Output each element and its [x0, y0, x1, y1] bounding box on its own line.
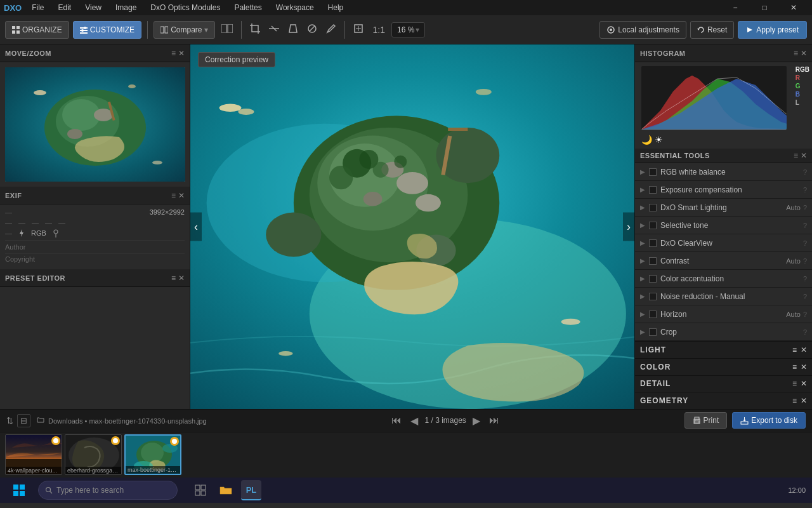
next-image-button[interactable]: › — [623, 213, 634, 241]
sun-mode-btn[interactable]: ☀ — [655, 135, 663, 145]
organize-tab[interactable]: ORGANIZE — [5, 21, 69, 39]
export-button[interactable]: Export to disk — [732, 412, 806, 429]
sort-icon[interactable]: ⇅ — [6, 416, 13, 425]
checkbox-2[interactable] — [649, 204, 657, 211]
menu-file[interactable]: File — [28, 2, 48, 13]
histogram-close-icon[interactable]: ✕ — [801, 49, 807, 58]
filmstrip-thumb-2[interactable]: max-boettinger-10... — [124, 434, 181, 475]
help-icon-9[interactable]: ? — [803, 328, 807, 336]
geometry-menu-icon[interactable]: ≡ — [792, 396, 797, 405]
print-button[interactable]: Print — [684, 412, 728, 429]
histogram-rgb-btn[interactable]: RGB — [796, 66, 809, 73]
menu-optics[interactable]: DxO Optics Modules — [147, 2, 224, 13]
checkbox-0[interactable] — [649, 168, 657, 176]
help-icon-6[interactable]: ? — [803, 275, 807, 283]
tool-exposure-compensation[interactable]: ▶ Exposure compensation ? — [635, 181, 812, 199]
perspective-icon[interactable] — [285, 21, 301, 38]
tools-menu-icon[interactable]: ≡ — [794, 151, 798, 160]
checkbox-6[interactable] — [649, 275, 657, 283]
help-icon-5[interactable]: ? — [803, 257, 807, 265]
correction-preview-button[interactable]: Correction preview — [198, 52, 275, 67]
customize-tab[interactable]: CUSTOMIZE — [73, 21, 141, 39]
checkbox-9[interactable] — [649, 328, 657, 336]
file-explorer-button[interactable] — [216, 480, 236, 500]
histogram-g-btn[interactable]: G — [796, 83, 809, 90]
close-button[interactable]: ✕ — [779, 0, 808, 15]
prev-frame-button[interactable]: ◀ — [408, 413, 421, 428]
color-close-icon[interactable]: ✕ — [801, 363, 807, 371]
help-icon-1[interactable]: ? — [803, 186, 807, 194]
tool-horizon[interactable]: ▶ Horizon Auto ? — [635, 305, 812, 323]
menu-view[interactable]: View — [81, 2, 105, 13]
tool-rgb-white-balance[interactable]: ▶ RGB white balance ? — [635, 163, 812, 181]
split-view-icon[interactable] — [219, 22, 235, 37]
reset-button[interactable]: Reset — [690, 21, 734, 39]
tool-color-accentuation[interactable]: ▶ Color accentuation ? — [635, 270, 812, 288]
filter-icon[interactable]: ⊟ — [17, 414, 30, 427]
tool-contrast[interactable]: ▶ Contrast Auto ? — [635, 252, 812, 270]
menu-image[interactable]: Image — [112, 2, 140, 13]
menu-workspace[interactable]: Workspace — [272, 2, 318, 13]
start-button[interactable] — [6, 478, 32, 503]
local-adjustments-button[interactable]: Local adjustments — [599, 21, 686, 39]
last-frame-button[interactable]: ⏭ — [487, 413, 502, 427]
pl-app-button[interactable]: PL — [241, 480, 261, 500]
color-menu-icon[interactable]: ≡ — [792, 363, 797, 371]
checkbox-4[interactable] — [649, 239, 657, 247]
detail-section[interactable]: DETAIL ≡ ✕ — [635, 375, 812, 392]
checkbox-1[interactable] — [649, 186, 657, 194]
move-zoom-close-icon[interactable]: ✕ — [178, 49, 185, 58]
histogram-l-btn[interactable]: L — [796, 99, 809, 106]
help-icon-0[interactable]: ? — [803, 168, 807, 176]
geometry-close-icon[interactable]: ✕ — [801, 396, 807, 405]
minimize-button[interactable]: − — [721, 0, 750, 15]
menu-help[interactable]: Help — [324, 2, 348, 13]
moon-mode-btn[interactable]: 🌙 — [641, 135, 652, 145]
help-icon-2[interactable]: ? — [803, 204, 807, 211]
horizon-icon[interactable] — [266, 21, 282, 38]
tool-selective-tone[interactable]: ▶ Selective tone ? — [635, 217, 812, 234]
preset-close-icon[interactable]: ✕ — [178, 274, 185, 283]
fit-view-icon[interactable] — [351, 21, 366, 38]
help-icon-4[interactable]: ? — [803, 239, 807, 247]
tool-smart-lighting[interactable]: ▶ DxO Smart Lighting Auto ? — [635, 199, 812, 217]
histogram-menu-icon[interactable]: ≡ — [794, 49, 798, 58]
light-close-icon[interactable]: ✕ — [801, 345, 807, 354]
exif-menu-icon[interactable]: ≡ — [171, 191, 176, 200]
help-icon-8[interactable]: ? — [803, 311, 807, 318]
help-icon-3[interactable]: ? — [803, 222, 807, 229]
first-frame-button[interactable]: ⏮ — [389, 413, 404, 427]
erase-icon[interactable] — [304, 21, 320, 38]
geometry-section[interactable]: GEOMETRY ≡ ✕ — [635, 392, 812, 409]
checkbox-5[interactable] — [649, 257, 657, 265]
compare-button[interactable]: Compare ▾ — [154, 21, 215, 39]
preset-menu-icon[interactable]: ≡ — [171, 274, 176, 283]
tool-clearview[interactable]: ▶ DxO ClearView ? — [635, 234, 812, 252]
crop-icon[interactable] — [247, 21, 263, 38]
taskbar-search-box[interactable]: Type here to search — [38, 481, 178, 500]
prev-image-button[interactable]: ‹ — [190, 213, 202, 241]
detail-menu-icon[interactable]: ≡ — [792, 379, 797, 388]
light-section[interactable]: LIGHT ≡ ✕ — [635, 341, 812, 358]
light-menu-icon[interactable]: ≡ — [792, 345, 797, 354]
move-zoom-menu-icon[interactable]: ≡ — [171, 49, 176, 58]
histogram-b-btn[interactable]: B — [796, 91, 809, 98]
tools-close-icon[interactable]: ✕ — [801, 151, 807, 160]
checkbox-7[interactable] — [649, 293, 657, 300]
histogram-r-btn[interactable]: R — [796, 74, 809, 81]
next-frame-button[interactable]: ▶ — [470, 413, 483, 428]
checkbox-8[interactable] — [649, 311, 657, 318]
checkbox-3[interactable] — [649, 222, 657, 229]
maximize-button[interactable]: □ — [750, 0, 779, 15]
help-icon-7[interactable]: ? — [803, 293, 807, 300]
detail-close-icon[interactable]: ✕ — [801, 379, 807, 388]
exif-close-icon[interactable]: ✕ — [178, 191, 185, 200]
tool-crop[interactable]: ▶ Crop ? — [635, 323, 812, 341]
task-view-button[interactable] — [190, 480, 211, 500]
filmstrip-thumb-1[interactable]: eberhard-grossgas... — [65, 434, 122, 475]
apply-preset-button[interactable]: Apply preset — [738, 21, 807, 39]
color-section[interactable]: COLOR ≡ ✕ — [635, 358, 812, 375]
menu-edit[interactable]: Edit — [55, 2, 75, 13]
zoom-one-to-one-icon[interactable]: 1:1 — [370, 22, 387, 37]
tool-noise-reduction[interactable]: ▶ Noise reduction - Manual ? — [635, 288, 812, 305]
